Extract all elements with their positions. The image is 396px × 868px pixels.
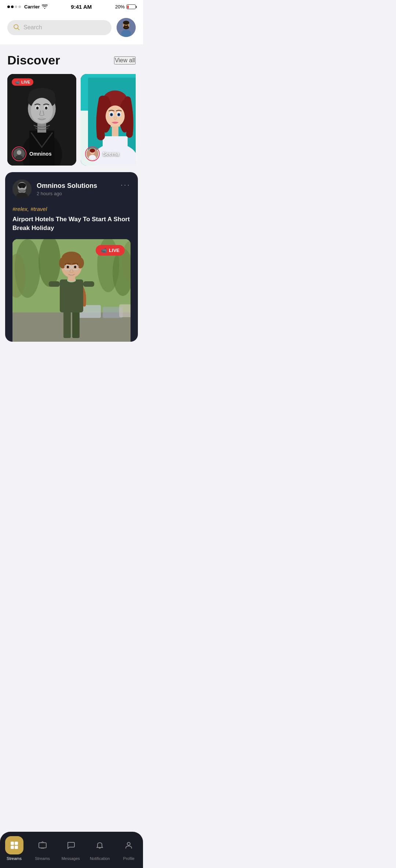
post-author-avatar[interactable] <box>12 179 32 199</box>
view-all-button[interactable]: View all <box>114 56 136 64</box>
card-avatar-inner-1 <box>13 148 25 160</box>
svg-rect-90 <box>119 304 131 317</box>
status-right: 20% <box>115 4 136 10</box>
svg-point-106 <box>67 266 69 268</box>
svg-point-79 <box>23 186 25 188</box>
card-avatar-ring-2 <box>85 146 100 161</box>
dot-3 <box>15 5 17 8</box>
svg-point-21 <box>36 107 39 110</box>
dot-4 <box>18 5 21 8</box>
camera-icon: 📹 <box>15 80 19 84</box>
post-live-image[interactable]: 📹 LIVE <box>12 239 131 342</box>
search-bar[interactable]: Search <box>7 20 111 35</box>
svg-point-8 <box>124 25 125 26</box>
svg-line-1 <box>18 28 19 30</box>
live-card-2[interactable]: Seema <box>81 74 136 166</box>
post-section: Omninos Solutions 2 hours ago ··· #relex… <box>0 172 143 347</box>
search-placeholder: Search <box>23 24 42 31</box>
post-tags: #relex, #travel <box>12 206 131 212</box>
header-avatar[interactable] <box>117 18 136 37</box>
svg-rect-96 <box>83 281 94 287</box>
svg-point-41 <box>111 114 113 116</box>
battery-icon <box>126 4 136 9</box>
battery-percent: 20% <box>115 4 125 10</box>
card-username-2: Seema <box>103 151 119 157</box>
battery-fill <box>127 5 129 8</box>
status-time: 9:41 AM <box>71 4 92 10</box>
signal-dots <box>7 5 21 8</box>
post-author-name: Omninos Solutions <box>37 182 97 190</box>
svg-rect-94 <box>60 279 83 312</box>
svg-point-75 <box>18 183 26 188</box>
card-user-info-1: Omninos <box>12 146 52 161</box>
post-user-text: Omninos Solutions 2 hours ago <box>37 182 97 196</box>
card-avatar-ring-1 <box>12 146 26 161</box>
discover-title: Discover <box>7 53 60 67</box>
post-live-cam-icon: 📹 <box>101 248 107 253</box>
discover-header: Discover View all <box>7 53 136 67</box>
main-content: Search Discover View <box>0 12 143 380</box>
post-title: Airport Hotels The Way To Start A Short … <box>12 215 131 233</box>
live-card-1[interactable]: 📹 LIVE Omninos <box>7 74 76 166</box>
live-badge-1: 📹 LIVE <box>12 78 33 86</box>
svg-rect-92 <box>72 309 80 338</box>
svg-rect-95 <box>49 281 60 287</box>
header-area: Search <box>0 12 143 44</box>
post-user-info: Omninos Solutions 2 hours ago <box>12 179 97 199</box>
status-bar: Carrier 9:41 AM 20% <box>0 0 143 12</box>
svg-point-7 <box>121 30 131 37</box>
search-icon <box>13 24 20 31</box>
post-live-label: LIVE <box>109 248 120 253</box>
post-more-button[interactable]: ··· <box>121 181 131 189</box>
svg-rect-91 <box>63 309 71 338</box>
post-time: 2 hours ago <box>37 191 97 196</box>
card-avatar-inner-2 <box>87 148 98 160</box>
svg-point-46 <box>90 149 95 153</box>
discover-section: Discover View all <box>0 44 143 172</box>
live-cards-carousel[interactable]: 📹 LIVE Omninos <box>7 74 136 167</box>
post-card: Omninos Solutions 2 hours ago ··· #relex… <box>5 172 138 342</box>
carrier-label: Carrier <box>24 4 40 10</box>
svg-point-24 <box>17 150 21 155</box>
post-live-badge: 📹 LIVE <box>96 245 125 256</box>
dot-1 <box>7 5 10 8</box>
status-left: Carrier <box>7 4 48 10</box>
svg-point-9 <box>127 25 128 26</box>
card-user-info-2: Seema <box>85 146 119 161</box>
dot-2 <box>11 5 14 8</box>
wifi-icon <box>42 4 48 10</box>
post-header: Omninos Solutions 2 hours ago ··· <box>12 179 131 199</box>
svg-point-22 <box>45 107 48 110</box>
svg-point-5 <box>123 21 129 25</box>
card-username-1: Omninos <box>29 151 52 157</box>
svg-point-78 <box>19 186 21 188</box>
svg-point-42 <box>118 114 120 116</box>
svg-point-107 <box>74 266 76 268</box>
